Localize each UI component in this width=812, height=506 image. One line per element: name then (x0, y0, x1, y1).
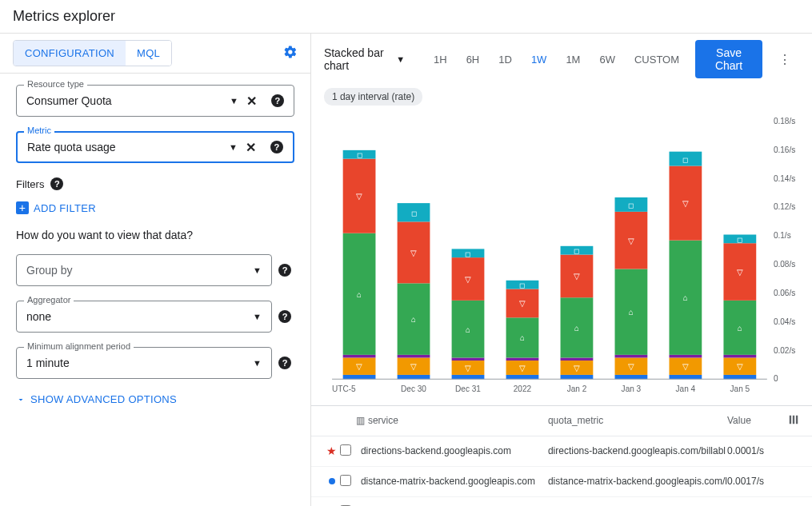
time-range-1m[interactable]: 1M (558, 49, 588, 70)
bar-segment (614, 375, 647, 379)
bar-segment (614, 355, 647, 358)
group-by-field[interactable]: Group by ▼ ? (16, 254, 272, 286)
svg-text:◻: ◻ (356, 151, 362, 159)
bar-segment (560, 357, 593, 361)
bar-segment (343, 375, 376, 379)
clear-icon[interactable]: ✕ (246, 140, 256, 155)
svg-text:0.14/s: 0.14/s (774, 174, 795, 183)
svg-text:⌂: ⌂ (411, 315, 416, 324)
chevron-down-icon: ▼ (396, 54, 405, 64)
bar-segment (669, 375, 702, 379)
svg-text:▽: ▽ (737, 362, 743, 371)
bar-segment (398, 375, 430, 379)
bar-segment (506, 375, 538, 379)
bar-segment (506, 357, 538, 361)
alignment-field[interactable]: Minimum alignment period 1 minute ▼ ? (16, 347, 272, 379)
page-title: Metrics explorer (0, 0, 812, 34)
chevron-down-icon[interactable]: ▼ (253, 312, 262, 321)
chevron-down-icon[interactable]: ▼ (230, 96, 238, 106)
time-range-1d[interactable]: 1D (490, 49, 520, 70)
svg-text:▽: ▽ (410, 362, 417, 371)
legend-service: distance-matrix-backend.googleapis.com (356, 476, 548, 487)
help-icon[interactable]: ? (278, 357, 291, 369)
legend-table: ▥service quota_metric Value ★directions-… (311, 405, 812, 507)
legend-row[interactable]: ★directions-backend.googleapis.comdirect… (311, 436, 812, 467)
time-range-1h[interactable]: 1H (426, 49, 455, 70)
chart-toolbar: Stacked bar chart ▼ 1H6H1D1W1M6WCUSTOM S… (311, 34, 812, 85)
legend-row[interactable]: distance-matrix-backend.googleapis.comdi… (311, 467, 812, 497)
legend-checkbox[interactable] (340, 475, 351, 486)
tab-mql[interactable]: MQL (126, 41, 171, 66)
tabs-row: CONFIGURATION MQL (0, 34, 310, 74)
legend-checkbox[interactable] (340, 444, 351, 456)
svg-text:0.02/s: 0.02/s (774, 346, 795, 355)
gear-icon[interactable] (283, 45, 298, 62)
svg-rect-42 (324, 114, 332, 404)
svg-text:Jan 5: Jan 5 (730, 384, 750, 393)
resource-type-field[interactable]: Resource type Consumer Quota ▼ ✕ ? (16, 85, 294, 117)
resource-type-value: Consumer Quota (26, 94, 230, 107)
chevron-down-icon[interactable]: ▼ (253, 265, 262, 275)
interval-row: 1 day interval (rate) (311, 85, 812, 112)
svg-text:◻: ◻ (628, 201, 634, 209)
help-icon[interactable]: ? (270, 141, 283, 153)
clear-icon[interactable]: ✕ (246, 94, 257, 109)
svg-text:▽: ▽ (574, 272, 580, 281)
interval-chip: 1 day interval (rate) (324, 88, 422, 106)
help-icon[interactable]: ? (278, 264, 291, 277)
aggregator-value: none (26, 310, 253, 323)
bar-segment (343, 355, 376, 358)
chevron-down-icon[interactable]: ▼ (253, 358, 262, 368)
svg-text:▽: ▽ (356, 362, 362, 371)
star-icon: ★ (326, 444, 337, 457)
save-chart-button[interactable]: Save Chart (695, 40, 762, 78)
legend-quota-metric: distance-matrix-backend.googleapis.com/l (548, 476, 727, 487)
view-question: How do you want to view that data? (16, 229, 294, 241)
help-icon[interactable]: ? (50, 177, 63, 190)
svg-text:▽: ▽ (628, 362, 634, 371)
time-range-6h[interactable]: 6H (458, 49, 488, 70)
plus-icon: + (16, 201, 29, 214)
svg-text:▽: ▽ (356, 192, 362, 201)
help-icon[interactable]: ? (278, 310, 291, 323)
metric-label: Metric (24, 126, 54, 135)
form-area: Resource type Consumer Quota ▼ ✕ ? Metri… (0, 74, 310, 416)
svg-text:2022: 2022 (514, 384, 532, 393)
bar-segment (451, 357, 484, 361)
chevron-down-icon (16, 395, 26, 404)
add-filter-button[interactable]: + ADD FILTER (16, 201, 294, 214)
time-range-custom[interactable]: CUSTOM (626, 49, 687, 70)
time-range-6w[interactable]: 6W (591, 49, 623, 70)
svg-text:⌂: ⌂ (738, 324, 742, 333)
svg-text:◻: ◻ (519, 281, 525, 289)
chart-panel: Stacked bar chart ▼ 1H6H1D1W1M6WCUSTOM S… (311, 34, 812, 506)
svg-text:0.06/s: 0.06/s (774, 289, 795, 297)
bar-segment (398, 355, 430, 358)
advanced-options-toggle[interactable]: SHOW ADVANCED OPTIONS (16, 393, 294, 405)
time-range-1w[interactable]: 1W (523, 49, 555, 70)
chart-type-dropdown[interactable]: Stacked bar chart ▼ (324, 46, 405, 72)
svg-text:0.08/s: 0.08/s (774, 260, 795, 269)
svg-text:0.18/s: 0.18/s (774, 117, 795, 126)
bar-segment (723, 375, 756, 379)
svg-text:Dec 31: Dec 31 (455, 384, 481, 393)
tab-configuration[interactable]: CONFIGURATION (14, 41, 126, 66)
legend-row[interactable]: geocoding-backend.googleapis.comgeocodin… (311, 497, 812, 507)
metric-field[interactable]: Metric Rate quota usage ▼ ✕ ? (16, 131, 294, 163)
columns-config-icon[interactable] (783, 414, 799, 428)
svg-text:▽: ▽ (737, 268, 743, 277)
svg-text:◻: ◻ (737, 236, 742, 244)
svg-text:▽: ▽ (574, 364, 580, 373)
aggregator-field[interactable]: Aggregator none ▼ ? (16, 301, 272, 333)
svg-text:▽: ▽ (410, 249, 417, 257)
kebab-menu-icon[interactable]: ⋮ (770, 47, 799, 72)
bar-segment (723, 355, 756, 358)
chart-area[interactable]: 00.02/s0.04/s0.06/s0.08/s0.1/s0.12/s0.14… (311, 112, 812, 405)
chevron-down-icon[interactable]: ▼ (229, 142, 238, 152)
time-range-group: 1H6H1D1W1M6WCUSTOM (426, 49, 687, 70)
alignment-value: 1 minute (26, 357, 253, 369)
svg-text:◻: ◻ (410, 209, 416, 217)
svg-text:⌂: ⌂ (683, 293, 688, 302)
help-icon[interactable]: ? (271, 94, 284, 107)
legend-service: directions-backend.googleapis.com (356, 445, 548, 456)
